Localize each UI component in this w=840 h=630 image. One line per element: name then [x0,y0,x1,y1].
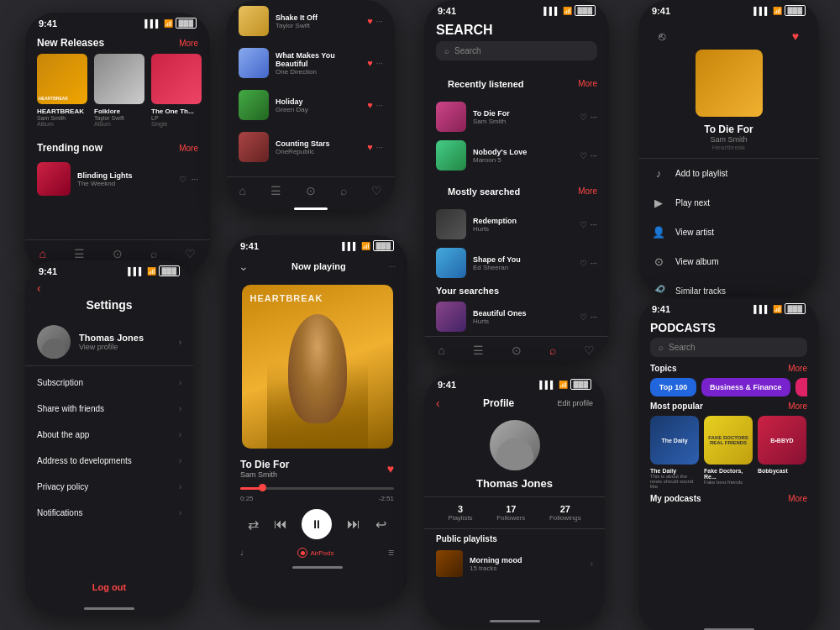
nav-home-icon[interactable]: ⌂ [239,184,246,197]
nav-search-icon[interactable]: ⌕ [340,184,347,197]
nav-explore-icon[interactable]: ⊙ [306,184,316,197]
nav-menu-icon[interactable]: ☰ [270,184,281,197]
nav-favorite-icon[interactable]: ♡ [185,247,196,260]
album-card[interactable]: Folklore Taylor Swift Album [94,54,144,127]
nav-home-icon[interactable]: ⌂ [39,247,46,260]
prev-icon[interactable]: ⏮ [274,517,287,532]
podcasts-search[interactable]: ⌕ Search [650,338,807,357]
more-icon[interactable]: ··· [591,312,597,322]
search-item[interactable]: Beautiful Ones Hurts ♡ ··· [424,297,609,336]
song-list-item[interactable]: Holiday Green Day ♥ ··· [227,84,395,126]
search-item[interactable]: Shape of You Ed Sheeran ♡ ··· [424,244,609,282]
topic-chip-business[interactable]: Business & Finance [701,378,790,396]
nav-home-icon[interactable]: ⌂ [438,344,445,357]
progress-bar-container[interactable] [227,484,407,493]
playlist-item[interactable]: Morning mood 15 tracks › [424,547,605,580]
nav-favorite-icon[interactable]: ♡ [371,184,382,197]
like-icon[interactable]: ♡ [580,220,587,229]
nav-menu-icon[interactable]: ☰ [74,247,85,260]
new-releases-more[interactable]: More [179,39,198,48]
queue-icon[interactable]: ☰ [388,549,394,557]
recently-listened-more[interactable]: More [578,79,597,88]
topics-more[interactable]: More [788,364,807,373]
settings-item-address[interactable]: Address to developments › [25,448,193,474]
song-list-item[interactable]: Counting Stars OneRepublic ♥ ··· [227,126,395,168]
profile-back-button[interactable]: ‹ [436,396,440,410]
like-icon[interactable]: ♡ [580,113,587,122]
search-input-wrap[interactable]: ⌕ Search [436,41,597,60]
profile-title: Profile [483,397,514,409]
view-profile-link[interactable]: View profile [79,343,144,351]
chevron-down-icon[interactable]: ⌄ [239,260,249,273]
dots-icon[interactable]: ··· [376,59,383,68]
edit-profile-button[interactable]: Edit profile [557,399,593,407]
more-icon[interactable]: ··· [591,113,597,122]
dots-icon[interactable]: ··· [376,17,383,26]
context-menu-view-album[interactable]: ⊙ View album [638,247,819,276]
my-podcasts-more[interactable]: More [788,494,807,503]
settings-item-notifications[interactable]: Notifications › [25,500,193,526]
shuffle-icon[interactable]: ⇄ [248,517,259,533]
settings-back-button[interactable]: ‹ [25,278,193,298]
trending-item[interactable]: Blinding Lights The Weeknd ♡ ··· [37,159,198,199]
context-menu-add-to-playlist[interactable]: ♪ Add to playlist [638,159,819,188]
lyrics-icon[interactable]: ♩ [240,549,244,557]
nav-explore-icon[interactable]: ⊙ [113,247,123,260]
mostly-searched-more[interactable]: More [578,186,597,196]
play-pause-button[interactable]: ⏸ [302,509,332,539]
nav-search-icon[interactable]: ⌕ [549,344,556,357]
heart-icon[interactable]: ♥ [367,58,373,68]
more-icon[interactable]: ··· [591,259,597,268]
album-card[interactable]: HEARTBREAK Sam Smith Album [37,54,87,127]
like-icon[interactable]: ♡ [580,259,587,268]
search-input[interactable]: Search [454,46,481,55]
like-icon[interactable]: ♡ [580,151,587,160]
nav-favorite-icon[interactable]: ♡ [584,344,595,357]
heart-icon[interactable]: ♥ [367,142,373,152]
heart-icon[interactable]: ♥ [367,100,373,110]
album-card[interactable]: The One Th... LP Single [151,54,202,127]
popular-more[interactable]: More [788,402,807,411]
logout-button[interactable]: Log out [25,572,193,602]
track-heart-icon[interactable]: ♥ [387,462,394,475]
context-menu-view-artist[interactable]: 👤 View artist [638,218,819,247]
nav-search-icon[interactable]: ⌕ [150,247,157,260]
more-icon[interactable]: ··· [192,175,198,184]
podcast-card-daily[interactable]: The Daily The Daily This is about the ne… [650,416,699,489]
heart-icon[interactable]: ♥ [367,16,373,26]
context-menu-play-next[interactable]: ▶ Play next [638,188,819,218]
more-options-icon[interactable]: ··· [389,262,396,271]
nav-menu-icon[interactable]: ☰ [473,344,484,357]
more-icon[interactable]: ··· [591,220,597,229]
nav-explore-icon[interactable]: ⊙ [512,344,522,357]
dots-icon[interactable]: ··· [376,143,383,152]
next-icon[interactable]: ⏭ [347,517,360,532]
trending-more[interactable]: More [179,144,198,153]
topic-chip-self[interactable]: Self... [795,378,807,396]
settings-item-subscription[interactable]: Subscription › [25,370,193,396]
topic-chip-top100[interactable]: Top 100 [650,378,696,396]
like-icon[interactable]: ♡ [580,312,587,322]
more-icon[interactable]: ··· [591,151,597,160]
search-item[interactable]: To Die For Sam Smith ♡ ··· [424,97,609,136]
share-icon[interactable]: ⎋ [659,29,665,43]
song-list-item[interactable]: What Makes You Beautiful One Direction ♥… [227,42,395,84]
context-menu-similar-tracks[interactable]: 🔗 Similar tracks [638,276,819,294]
repeat-icon[interactable]: ↩ [375,517,386,533]
search-input[interactable]: Search [669,343,696,352]
settings-item-privacy[interactable]: Privacy policy › [25,474,193,500]
profile-section[interactable]: Thomas Jones View profile › [25,318,193,366]
song-list-item[interactable]: Shake It Off Taylor Swift ♥ ··· [227,0,395,42]
dots-icon[interactable]: ··· [376,101,383,110]
podcast-card-fakedocs[interactable]: FAKE DOCTORS REAL FRIENDS Fake Doctors, … [704,416,753,489]
settings-item-about[interactable]: About the app › [25,422,193,448]
airpods-indicator[interactable]: AirPods [297,548,333,558]
search-item[interactable]: Nobody's Love Maroon 5 ♡ ··· [424,136,609,175]
like-icon[interactable]: ♡ [179,175,186,184]
settings-item-share[interactable]: Share with friends › [25,396,193,422]
settings-title: Settings [25,298,193,318]
search-actions: ♡ ··· [580,220,597,229]
podcast-card-bobbycast[interactable]: B•BBYD Bobbycast [758,416,806,489]
context-heart-icon[interactable]: ♥ [792,29,799,43]
search-item[interactable]: Redemption Hurts ♡ ··· [424,205,609,244]
